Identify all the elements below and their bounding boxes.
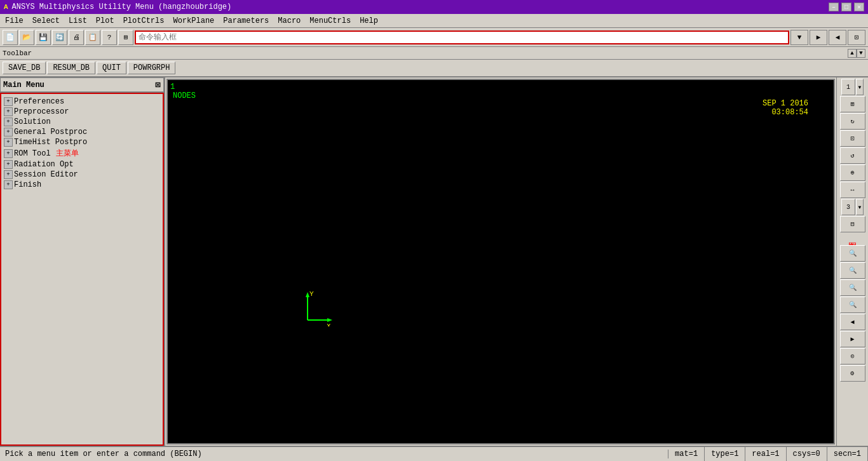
- rp-num-select[interactable]: 3: [841, 199, 855, 215]
- menu-file[interactable]: File: [1, 15, 27, 27]
- menu-item-radiation-opt[interactable]: + Radiation Opt: [4, 159, 160, 170]
- menu-item-label: ROM Tool: [14, 149, 51, 158]
- cmd-dropdown-button[interactable]: ▼: [790, 30, 808, 45]
- menu-item-solution[interactable]: + Solution: [4, 117, 160, 127]
- canvas-date-text: SEP 1 2016: [763, 99, 808, 108]
- print-button[interactable]: 🖨: [69, 30, 84, 45]
- menu-list[interactable]: List: [65, 15, 91, 27]
- title-bar-left: A ANSYS Multiphysics Utility Menu (hangz…: [4, 3, 231, 11]
- rp-pan-right[interactable]: ▶: [840, 331, 865, 347]
- canvas-time-text: 03:08:54: [763, 108, 808, 117]
- rp-zoom-in[interactable]: 🔍: [840, 245, 865, 262]
- main-area: Main Menu ⊠ + Preferences + Preprocessor…: [0, 77, 868, 446]
- menu-menuctrls[interactable]: MenuCtrls: [306, 15, 355, 27]
- menu-item-preferences[interactable]: + Preferences: [4, 97, 160, 107]
- copy-button[interactable]: 📋: [85, 30, 100, 45]
- minimize-button[interactable]: –: [829, 3, 839, 11]
- menu-item-label: Radiation Opt: [14, 160, 74, 169]
- graphics-canvas: 1 NODES SEP 1 2016 03:08:54 Y x: [166, 79, 835, 444]
- expand-icon: +: [4, 180, 13, 189]
- new-button[interactable]: 📄: [3, 30, 18, 45]
- expand-icon: +: [4, 128, 13, 137]
- expand-icon: +: [4, 160, 13, 169]
- rp-btn-2[interactable]: ↻: [840, 113, 865, 130]
- save-db-button[interactable]: SAVE_DB: [3, 62, 46, 74]
- expand-icon: +: [4, 149, 13, 158]
- expand-icon: +: [4, 97, 13, 106]
- toolbar-row: 📄 📂 💾 🔄 🖨 📋 ? ⊞ ▼ ▶ ◀ ⊡: [0, 28, 868, 47]
- menu-item-timehist[interactable]: + TimeHist Postpro: [4, 137, 160, 147]
- rp-dropdown[interactable]: ▼: [856, 79, 864, 95]
- maximize-button[interactable]: □: [841, 3, 851, 11]
- canvas-number: 1: [170, 83, 175, 91]
- ansys-logo-icon: A: [4, 3, 8, 11]
- rp-number-selector[interactable]: 1: [841, 79, 855, 95]
- main-menu-list: + Preferences + Preprocessor + Solution …: [0, 93, 164, 446]
- status-csys: csys=0: [787, 447, 827, 461]
- status-bar: Pick a menu item or enter a command (BEG…: [0, 446, 868, 461]
- menu-item-label: General Postproc: [14, 128, 87, 137]
- axes-svg: Y x: [295, 288, 333, 326]
- menu-select[interactable]: Select: [29, 15, 64, 27]
- rp-num-drop[interactable]: ▼: [856, 199, 864, 215]
- svg-text:x: x: [327, 322, 331, 326]
- status-mat: mat=1: [668, 447, 705, 461]
- run-button[interactable]: ▶: [810, 30, 827, 45]
- main-menu-title: Main Menu: [3, 81, 44, 90]
- chinese-menu-label: 主菜单: [56, 148, 79, 159]
- save-button[interactable]: 💾: [36, 30, 51, 45]
- collapse-icon[interactable]: ⊠: [156, 79, 161, 90]
- menu-plot[interactable]: Plot: [92, 15, 118, 27]
- menu-item-general-postproc[interactable]: + General Postproc: [4, 127, 160, 137]
- rp-center[interactable]: ⊙: [840, 348, 865, 364]
- toolbar-scroll-down[interactable]: ▼: [857, 49, 865, 58]
- rp-settings[interactable]: ⚙: [840, 365, 865, 382]
- right-panel: 1 ▼ ⊞ ↻ ⊡ ↺ ⊕ ↔ 3 ▼ ⊟ 图形命令区 🔍 🔍 🔍 🔍 ◀ ▶ …: [836, 77, 868, 446]
- status-real: real=1: [745, 447, 786, 461]
- menu-help[interactable]: Help: [356, 15, 382, 27]
- rp-btn-4[interactable]: ↺: [840, 147, 865, 164]
- toolbar-label-row: Toolbar ▲ ▼: [0, 47, 868, 60]
- menu-item-label: Session Editor: [14, 170, 78, 179]
- menu-item-label: Finish: [14, 180, 41, 189]
- powrgrph-button[interactable]: POWRGRPH: [128, 62, 176, 74]
- extra-button[interactable]: ⊡: [848, 30, 865, 45]
- rp-pan-left[interactable]: ◀: [840, 314, 865, 330]
- canvas-nodes-label: NODES: [173, 91, 196, 100]
- menu-item-session-editor[interactable]: + Session Editor: [4, 170, 160, 180]
- menu-item-rom-tool[interactable]: + ROM Tool 主菜单: [4, 147, 160, 159]
- rp-zoom-out-3[interactable]: 🔍: [840, 297, 865, 313]
- status-secn: secn=1: [827, 447, 868, 461]
- rp-btn-7[interactable]: ⊟: [840, 216, 865, 232]
- close-button[interactable]: ✕: [854, 3, 864, 11]
- back-button[interactable]: ◀: [829, 30, 846, 45]
- menu-item-label: Solution: [14, 117, 51, 126]
- menu-parameters[interactable]: Parameters: [219, 15, 273, 27]
- rp-btn-3[interactable]: ⊡: [840, 130, 865, 147]
- rp-zoom-out-2[interactable]: 🔍: [840, 279, 865, 296]
- open-button[interactable]: 📂: [19, 30, 34, 45]
- toolbar-label: Toolbar: [3, 50, 848, 57]
- menu-plotctrls[interactable]: PlotCtrls: [119, 15, 168, 27]
- rp-btn-6[interactable]: ↔: [840, 182, 865, 198]
- menu-item-preprocessor[interactable]: + Preprocessor: [4, 107, 160, 117]
- status-type: type=1: [705, 447, 745, 461]
- menu-workplane[interactable]: WorkPlane: [169, 15, 218, 27]
- rp-top-row: 1 ▼: [841, 79, 864, 95]
- help-icon-button[interactable]: ?: [102, 30, 117, 45]
- menu-item-finish[interactable]: + Finish: [4, 180, 160, 190]
- refresh-button[interactable]: 🔄: [52, 30, 67, 45]
- quit-button[interactable]: QUIT: [97, 62, 126, 74]
- rp-btn-1[interactable]: ⊞: [840, 96, 865, 112]
- menu-macro[interactable]: Macro: [274, 15, 304, 27]
- resum-db-button[interactable]: RESUM_DB: [47, 62, 95, 74]
- rp-btn-5[interactable]: ⊕: [840, 164, 865, 181]
- coordinate-axes: Y x: [295, 288, 333, 329]
- status-message: Pick a menu item or enter a command (BEG…: [0, 450, 668, 458]
- command-input[interactable]: [135, 30, 789, 44]
- main-menu-header: Main Menu ⊠: [0, 77, 164, 93]
- title-text: ANSYS Multiphysics Utility Menu (hangzho…: [12, 3, 232, 11]
- grid-button[interactable]: ⊞: [118, 30, 133, 45]
- rp-zoom-out-1[interactable]: 🔍: [840, 262, 865, 279]
- toolbar-scroll-up[interactable]: ▲: [848, 49, 857, 58]
